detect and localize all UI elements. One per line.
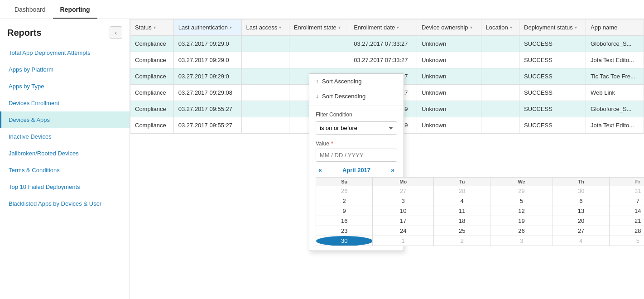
calendar-day[interactable]: 5 — [610, 236, 644, 246]
tab-reporting[interactable]: Reporting — [53, 1, 97, 19]
tab-dashboard[interactable]: Dashboard — [7, 1, 53, 19]
calendar-day[interactable]: 19 — [490, 216, 553, 226]
calendar-day[interactable]: 27 — [553, 226, 609, 236]
calendar-day[interactable]: 30 — [553, 186, 609, 196]
calendar-day[interactable]: 4 — [553, 236, 609, 246]
calendar-day[interactable]: 10 — [373, 206, 434, 216]
sort-descending-item[interactable]: ↓ Sort Descending — [309, 89, 404, 104]
cell-app-name: Jota Text Edito... — [586, 117, 644, 134]
calendar-day[interactable]: 7 — [610, 196, 644, 206]
cell-location — [481, 117, 519, 134]
cell-last-auth: 03.27.2017 09:29:08 — [173, 85, 241, 101]
cell-enrollment-state — [289, 52, 349, 68]
filter-condition-select[interactable]: is on or beforeis on or afteris equal to… — [316, 121, 397, 135]
calendar-day[interactable]: 11 — [434, 206, 490, 216]
cell-deployment-status: SUCCESS — [519, 52, 586, 68]
cell-app-name: Jota Text Edito... — [586, 52, 644, 68]
calendar-day[interactable]: 1 — [373, 236, 434, 246]
cell-last-access — [241, 52, 289, 68]
cell-deployment-status: SUCCESS — [519, 101, 586, 117]
col-header-location[interactable]: Location▾ — [481, 19, 519, 36]
sidebar-item-apps-by-type[interactable]: Apps by Type — [0, 78, 130, 95]
col-header-last-auth[interactable]: Last authentication▾ — [173, 19, 241, 36]
calendar-day[interactable]: 31 — [610, 186, 644, 196]
calendar-prev-button[interactable]: « — [316, 165, 325, 174]
calendar-day[interactable]: 24 — [373, 226, 434, 236]
sidebar-item-top-10-failed[interactable]: Top 10 Failed Deployments — [0, 178, 130, 195]
sidebar-item-jailbroken-rooted[interactable]: Jailbroken/Rooted Devices — [0, 145, 130, 162]
calendar-day[interactable]: 23 — [316, 226, 373, 236]
calendar-day[interactable]: 2 — [434, 236, 490, 246]
col-header-deployment-status[interactable]: Deployment status▾ — [519, 19, 586, 36]
calendar-day[interactable]: 21 — [610, 216, 644, 226]
calendar-day[interactable]: 26 — [316, 186, 373, 196]
required-star: * — [331, 140, 333, 147]
calendar-day[interactable]: 16 — [316, 216, 373, 226]
cell-status: Compliance — [130, 117, 174, 134]
calendar-day[interactable]: 17 — [373, 216, 434, 226]
sidebar-item-apps-by-platform[interactable]: Apps by Platform — [0, 61, 130, 78]
cal-day-header: Th — [553, 178, 609, 186]
calendar-week-row: 2627282930311 — [316, 186, 644, 196]
col-label-status: Status — [135, 24, 152, 31]
sidebar: Reports ‹ Total App Deployment AttemptsA… — [0, 19, 130, 299]
cell-last-auth: 03.27.2017 09:55:27 — [173, 101, 241, 117]
calendar-next-button[interactable]: » — [388, 165, 397, 174]
sidebar-item-terms-conditions[interactable]: Terms & Conditions — [0, 162, 130, 178]
sidebar-item-devices-enrollment[interactable]: Devices Enrollment — [0, 95, 130, 111]
calendar-day[interactable]: 6 — [553, 196, 609, 206]
cal-day-header: Su — [316, 178, 373, 186]
calendar-day[interactable]: 30 — [316, 236, 373, 246]
col-header-last-access[interactable]: Last access▾ — [241, 19, 289, 36]
popup-divider — [309, 106, 404, 106]
sidebar-item-devices-apps[interactable]: Devices & Apps — [0, 111, 130, 128]
cell-app-name: Globoforce_S... — [586, 36, 644, 52]
cell-location — [481, 52, 519, 68]
sidebar-item-inactive-devices[interactable]: Inactive Devices — [0, 128, 130, 145]
cell-deployment-status: SUCCESS — [519, 36, 586, 52]
cell-last-auth: 03.27.2017 09:29:0 — [173, 52, 241, 68]
col-header-enrollment-date[interactable]: Enrollment date▾ — [349, 19, 417, 36]
calendar-day[interactable]: 4 — [434, 196, 490, 206]
calendar-day[interactable]: 18 — [434, 216, 490, 226]
calendar-header: « April 2017 » — [316, 165, 397, 174]
calendar-day[interactable]: 20 — [553, 216, 609, 226]
collapse-sidebar-button[interactable]: ‹ — [110, 26, 122, 39]
sidebar-header: Reports ‹ — [0, 19, 130, 44]
col-header-status[interactable]: Status▾ — [130, 19, 174, 36]
cell-last-auth: 03.27.2017 09:29:0 — [173, 36, 241, 52]
calendar-day[interactable]: 25 — [434, 226, 490, 236]
calendar-day[interactable]: 28 — [434, 186, 490, 196]
calendar-day[interactable]: 28 — [610, 226, 644, 236]
col-label-enrollment-state: Enrollment state — [294, 24, 336, 31]
date-value-input[interactable] — [316, 149, 397, 161]
sort-icon-status: ▾ — [154, 25, 156, 30]
calendar-day[interactable]: 3 — [490, 236, 553, 246]
calendar-day[interactable]: 27 — [373, 186, 434, 196]
calendar-day[interactable]: 2 — [316, 196, 373, 206]
col-label-device-ownership: Device ownership — [422, 24, 468, 31]
col-header-app-name[interactable]: App name — [586, 19, 644, 36]
calendar-day[interactable]: 13 — [553, 206, 609, 216]
cal-day-header: Mo — [373, 178, 434, 186]
cell-status: Compliance — [130, 52, 174, 68]
calendar-day[interactable]: 5 — [490, 196, 553, 206]
calendar-day[interactable]: 12 — [490, 206, 553, 216]
col-header-enrollment-state[interactable]: Enrollment state▾ — [289, 19, 349, 36]
col-header-device-ownership[interactable]: Device ownership▾ — [417, 19, 481, 36]
cell-device-ownership: Unknown — [417, 52, 481, 68]
filter-select-wrap: is on or beforeis on or afteris equal to… — [309, 120, 404, 138]
calendar-day[interactable]: 14 — [610, 206, 644, 216]
calendar-day[interactable]: 3 — [373, 196, 434, 206]
sidebar-item-blacklisted-apps[interactable]: Blacklisted Apps by Devices & User — [0, 195, 130, 212]
calendar-day[interactable]: 9 — [316, 206, 373, 216]
filter-condition-label: Filter Condition — [309, 108, 404, 120]
value-label-text: Value — [316, 140, 329, 147]
sidebar-item-total-app-deployment[interactable]: Total App Deployment Attempts — [0, 44, 130, 61]
cell-device-ownership: Unknown — [417, 68, 481, 85]
sort-icon-deployment-status: ▾ — [575, 25, 577, 30]
column-filter-popup: ↑ Sort Ascending ↓ Sort Descending Filte… — [309, 73, 404, 251]
calendar-day[interactable]: 29 — [490, 186, 553, 196]
sort-ascending-item[interactable]: ↑ Sort Ascending — [309, 74, 404, 89]
calendar-day[interactable]: 26 — [490, 226, 553, 236]
